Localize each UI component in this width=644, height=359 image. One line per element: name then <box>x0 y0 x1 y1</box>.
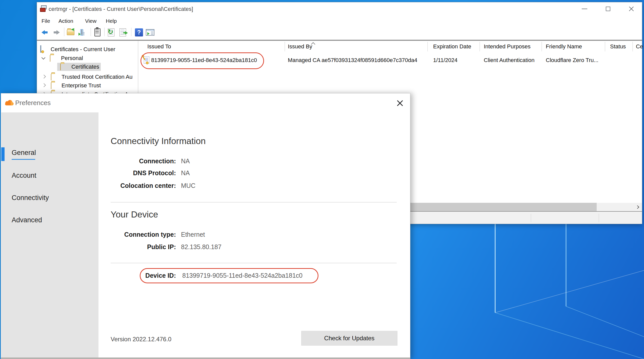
column-header-certificate[interactable]: Ce <box>636 43 643 50</box>
wallpaper-light-beams <box>405 223 644 359</box>
connection-value: NA <box>181 157 190 165</box>
dns-protocol-value: NA <box>181 169 190 177</box>
paste-button[interactable] <box>93 28 102 37</box>
tree-item-personal[interactable]: Personal <box>37 54 138 62</box>
column-header-intended-purposes[interactable]: Intended Purposes <box>484 43 531 50</box>
connection-label: Connection: <box>80 157 176 165</box>
menu-file[interactable]: File <box>40 17 52 25</box>
close-icon <box>396 99 404 107</box>
minimize-button[interactable] <box>577 4 592 13</box>
folder-arrow-icon <box>67 30 74 35</box>
folder-icon <box>60 64 61 70</box>
preferences-dialog: Preferences General Account Connectivity… <box>1 93 410 359</box>
chevron-right-icon[interactable] <box>42 75 46 79</box>
toggle-console-tree-button[interactable] <box>77 28 87 37</box>
dialog-close-button[interactable] <box>395 98 405 108</box>
menu-action[interactable]: Action <box>57 17 75 25</box>
scrollbar-right-arrow[interactable] <box>633 203 642 211</box>
nav-advanced[interactable]: Advanced <box>12 216 42 224</box>
screen: certmgr - [Certificates - Current User\P… <box>0 0 644 359</box>
selected-nav-underline <box>12 159 35 160</box>
annotation-ellipse-device-id <box>140 268 318 283</box>
folder-icon <box>51 74 51 81</box>
column-header-friendly-name[interactable]: Friendly Name <box>546 43 582 50</box>
nav-account[interactable]: Account <box>12 172 36 180</box>
selected-nav-accent <box>1 147 5 161</box>
toolbar: ↻ ? <box>37 26 642 40</box>
chevron-down-icon[interactable] <box>42 56 46 60</box>
console-tree-icon <box>81 30 82 35</box>
column-header-issued-to[interactable]: Issued To <box>147 43 171 50</box>
cell-intended-purposes: Client Authentication <box>484 57 535 64</box>
cell-expiration-date: 1/11/2024 <box>433 57 457 64</box>
chevron-right-icon[interactable] <box>42 83 46 87</box>
export-list-icon <box>119 28 126 36</box>
nav-connectivity[interactable]: Connectivity <box>12 194 49 202</box>
action-pane-icon <box>146 29 154 36</box>
refresh-button[interactable]: ↻ <box>106 28 116 37</box>
window-title: certmgr - [Certificates - Current User\P… <box>49 6 193 12</box>
close-button[interactable] <box>624 4 638 13</box>
column-header-issued-by[interactable]: Issued By <box>288 43 312 50</box>
chevron-right-icon <box>635 205 639 209</box>
colocation-center-value: MUC <box>181 182 195 189</box>
annotation-ellipse-issued-to <box>140 52 264 69</box>
check-for-updates-button[interactable]: Check for Updates <box>301 331 397 346</box>
export-folder-button[interactable] <box>66 28 75 37</box>
maximize-button[interactable] <box>601 4 615 13</box>
folder-icon <box>51 82 51 89</box>
help-icon: ? <box>135 28 143 36</box>
refresh-icon: ↻ <box>108 28 114 36</box>
tree-item-enterprise-trust[interactable]: Enterprise Trust <box>37 82 138 90</box>
dns-protocol-label: DNS Protocol: <box>80 169 176 177</box>
forward-button[interactable] <box>52 28 61 37</box>
dialog-title: Preferences <box>15 99 51 107</box>
connectivity-information-heading: Connectivity Information <box>111 136 206 146</box>
nav-general[interactable]: General <box>12 149 36 157</box>
menu-bar: File Action View Help <box>37 15 642 26</box>
column-header-status[interactable]: Status <box>610 43 626 50</box>
tree-item-trusted-root[interactable]: Trusted Root Certification Au <box>37 73 138 81</box>
folder-icon <box>50 55 50 62</box>
version-text: Version 2022.12.476.0 <box>111 336 171 343</box>
cell-issued-by: Managed CA ae57f03931324f08591d660e7c370… <box>288 57 417 64</box>
menu-help[interactable]: Help <box>104 17 118 25</box>
tree-item-certificates[interactable]: Certificates <box>37 63 138 71</box>
close-icon <box>628 6 635 12</box>
column-header-expiration-date[interactable]: Expiration Date <box>433 43 471 50</box>
clipboard-icon <box>94 28 100 36</box>
title-bar: certmgr - [Certificates - Current User\P… <box>37 2 642 15</box>
certificates-store-icon <box>40 45 41 53</box>
back-button[interactable] <box>40 28 50 37</box>
help-button[interactable]: ? <box>134 28 144 37</box>
cell-friendly-name: Cloudflare Zero Tru... <box>546 57 598 64</box>
show-action-pane-button[interactable] <box>145 28 155 37</box>
section-divider <box>111 263 397 263</box>
menu-view[interactable]: View <box>84 17 98 25</box>
public-ip-label: Public IP: <box>80 243 176 251</box>
connection-type-label: Connection type: <box>80 231 176 238</box>
back-icon <box>42 30 48 35</box>
public-ip-value: 82.135.80.187 <box>181 243 222 251</box>
section-divider <box>111 202 397 203</box>
colocation-center-label: Colocation center: <box>80 182 176 189</box>
tree-root-certificates-current-user[interactable]: Certificates - Current User <box>37 45 138 53</box>
export-list-button[interactable] <box>118 28 128 37</box>
cloudflare-logo-icon <box>4 99 14 107</box>
connection-type-value: Ethernet <box>181 231 205 238</box>
your-device-heading: Your Device <box>111 209 158 220</box>
forward-icon <box>53 30 60 35</box>
certmgr-app-icon <box>40 5 47 12</box>
